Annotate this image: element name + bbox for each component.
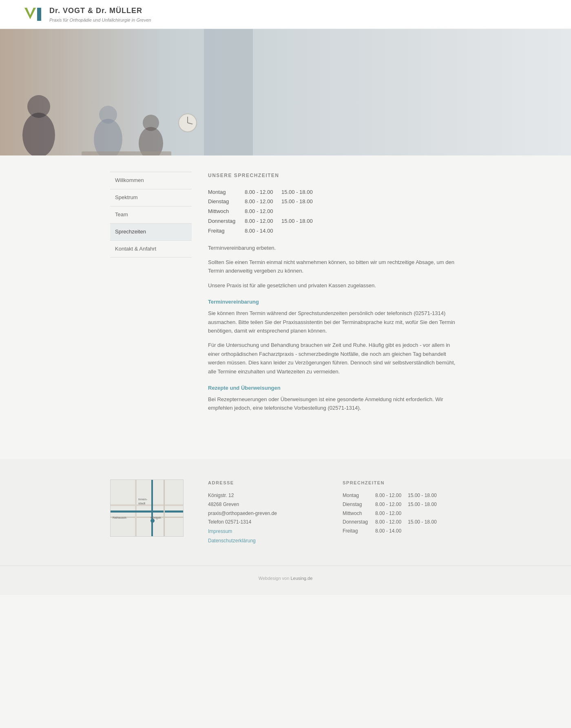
svg-text:stadt: stadt <box>138 502 146 505</box>
main-content: Willkommen Spektrum Team Sprechzeiten Ko… <box>102 155 469 434</box>
footer-map: Innen- stadt Rathausstr. Königstr. <box>110 479 192 537</box>
svg-point-24 <box>150 519 155 523</box>
address-street: Königstr. 12 <box>208 491 326 500</box>
day-mittwoch: Mittwoch <box>208 207 245 216</box>
subsection-rezepte-title: Rezepte und Überweisungen <box>208 384 461 393</box>
footer-day-freitag: Freitag <box>343 527 375 536</box>
svg-point-3 <box>27 95 50 118</box>
footer-day-mittwoch: Mittwoch <box>343 509 375 518</box>
hero-image <box>0 29 571 155</box>
svg-rect-17 <box>151 480 153 537</box>
day-donnerstag: Donnerstag <box>208 217 245 226</box>
subsection-termin-title: Terminvereinbarung <box>208 298 461 306</box>
nav-sprechzeiten[interactable]: Sprechzeiten <box>110 224 192 241</box>
footer-schedule-donnerstag: Donnerstag 8.00 - 12.00 15.00 - 18.00 <box>343 518 461 527</box>
footer-time-montag-2: 15.00 - 18.00 <box>408 491 440 500</box>
footer-inner: Innen- stadt Rathausstr. Königstr. ADRES… <box>102 479 469 546</box>
time-dienstag-1: 8.00 - 12.00 <box>245 198 281 206</box>
footer-time-freitag-2 <box>408 527 440 536</box>
footer-time-donnerstag-2: 15.00 - 18.00 <box>408 518 440 527</box>
nav-kontakt[interactable]: Kontakt & Anfahrt <box>110 241 192 258</box>
content-area: UNSERE SPRECHZEITEN Montag 8.00 - 12.00 … <box>208 172 461 418</box>
schedule-row-freitag: Freitag 8.00 - 14.00 <box>208 227 461 235</box>
footer-time-mittwoch-1: 8.00 - 12.00 <box>375 509 408 518</box>
time-montag-1: 8.00 - 12.00 <box>245 188 281 197</box>
svg-text:Rathausstr.: Rathausstr. <box>113 516 127 519</box>
map-image: Innen- stadt Rathausstr. Königstr. <box>110 479 184 537</box>
subsection-rezepte-text: Bei Rezepterneuerungen oder Überweisunge… <box>208 395 461 413</box>
note-terminvereinbarung: Terminvereinbarung erbeten. <box>208 244 461 252</box>
footer-time-freitag-1: 8.00 - 14.00 <box>375 527 408 536</box>
footer-webdesign-link[interactable]: Leusing.de <box>290 576 312 581</box>
footer-address: ADRESSE Königstr. 12 48268 Greven praxis… <box>208 479 326 546</box>
sidebar: Willkommen Spektrum Team Sprechzeiten Ko… <box>110 172 192 418</box>
day-montag: Montag <box>208 188 245 197</box>
footer-schedule-mittwoch: Mittwoch 8.00 - 12.00 <box>343 509 461 518</box>
time-donnerstag-2: 15.00 - 18.00 <box>281 217 318 226</box>
header: Dr. VOGT & Dr. MÜLLER Praxis für Orthopä… <box>0 0 571 29</box>
footer: Innen- stadt Rathausstr. Königstr. ADRES… <box>0 459 571 595</box>
hero-illustration <box>0 29 571 155</box>
nav-spektrum[interactable]: Spektrum <box>110 189 192 206</box>
svg-rect-1 <box>0 29 571 155</box>
footer-time-dienstag-1: 8.00 - 12.00 <box>375 500 408 509</box>
header-text: Dr. VOGT & Dr. MÜLLER Praxis für Orthopä… <box>49 5 151 24</box>
note-absage: Sollten Sie einen Termin einmal nicht wa… <box>208 258 461 275</box>
svg-point-2 <box>22 113 55 155</box>
address-email: praxis@orthopaeden-greven.de <box>208 509 326 518</box>
subsection-termin-text1: Sie können Ihren Termin während der Spre… <box>208 309 461 335</box>
time-mittwoch-1: 8.00 - 12.00 <box>245 207 281 216</box>
svg-rect-14 <box>111 504 184 506</box>
footer-time-montag-1: 8.00 - 12.00 <box>375 491 408 500</box>
svg-point-7 <box>143 115 159 131</box>
svg-point-5 <box>99 106 117 124</box>
footer-datenschutz-link[interactable]: Datenschutzerklärung <box>208 536 326 546</box>
logo-icon <box>24 8 41 21</box>
footer-time-dienstag-2: 15.00 - 18.00 <box>408 500 440 509</box>
footer-address-line1: Königstr. 12 48268 Greven praxis@orthopa… <box>208 491 326 526</box>
time-freitag-1: 8.00 - 14.00 <box>245 227 281 235</box>
svg-rect-13 <box>111 480 184 537</box>
time-donnerstag-1: 8.00 - 12.00 <box>245 217 281 226</box>
footer-day-montag: Montag <box>343 491 375 500</box>
footer-impressum-link[interactable]: Impressum <box>208 527 326 536</box>
svg-text:Innen-: Innen- <box>138 497 148 501</box>
logo <box>24 8 41 21</box>
svg-rect-16 <box>135 480 137 537</box>
address-phone: Telefon 02571-1314 <box>208 518 326 527</box>
hero-scene <box>0 29 571 155</box>
svg-rect-19 <box>164 480 165 537</box>
address-city: 48268 Greven <box>208 500 326 509</box>
footer-hours: SPRECHZEITEN Montag 8.00 - 12.00 15.00 -… <box>343 479 461 536</box>
day-dienstag: Dienstag <box>208 198 245 206</box>
footer-day-dienstag: Dienstag <box>343 500 375 509</box>
footer-schedule-dienstag: Dienstag 8.00 - 12.00 15.00 - 18.00 <box>343 500 461 509</box>
footer-bottom-text: Webdesign von Leusing.de <box>259 576 313 581</box>
footer-schedule-freitag: Freitag 8.00 - 14.00 <box>343 527 461 536</box>
map-svg: Innen- stadt Rathausstr. Königstr. <box>111 480 184 537</box>
clinic-subtitle: Praxis für Orthopädie und Unfallchirurgi… <box>49 17 151 24</box>
svg-rect-8 <box>82 151 171 155</box>
section-heading: UNSERE SPRECHZEITEN <box>208 172 461 180</box>
footer-hours-title: SPRECHZEITEN <box>343 479 461 487</box>
logo-bar <box>37 8 41 21</box>
schedule-table: Montag 8.00 - 12.00 15.00 - 18.00 Dienst… <box>208 188 461 235</box>
day-freitag: Freitag <box>208 227 245 235</box>
nav-team[interactable]: Team <box>110 206 192 224</box>
schedule-row-donnerstag: Donnerstag 8.00 - 12.00 15.00 - 18.00 <box>208 217 461 226</box>
footer-day-donnerstag: Donnerstag <box>343 518 375 527</box>
time-freitag-2 <box>281 227 318 235</box>
schedule-row-mittwoch: Mittwoch 8.00 - 12.00 <box>208 207 461 216</box>
subsection-termin-text2: Für die Untersuchung und Behandlung brau… <box>208 341 461 376</box>
schedule-row-dienstag: Dienstag 8.00 - 12.00 15.00 - 18.00 <box>208 198 461 206</box>
footer-time-donnerstag-1: 8.00 - 12.00 <box>375 518 408 527</box>
note-kassen: Unsere Praxis ist für alle gesetzlichen … <box>208 281 461 290</box>
time-montag-2: 15.00 - 18.00 <box>281 188 318 197</box>
footer-bottom: Webdesign von Leusing.de <box>0 566 571 583</box>
svg-rect-9 <box>204 29 253 155</box>
logo-v-icon <box>24 8 36 21</box>
footer-schedule-montag: Montag 8.00 - 12.00 15.00 - 18.00 <box>343 491 461 500</box>
footer-time-mittwoch-2 <box>408 509 440 518</box>
time-mittwoch-2 <box>281 207 318 216</box>
nav-willkommen[interactable]: Willkommen <box>110 172 192 189</box>
